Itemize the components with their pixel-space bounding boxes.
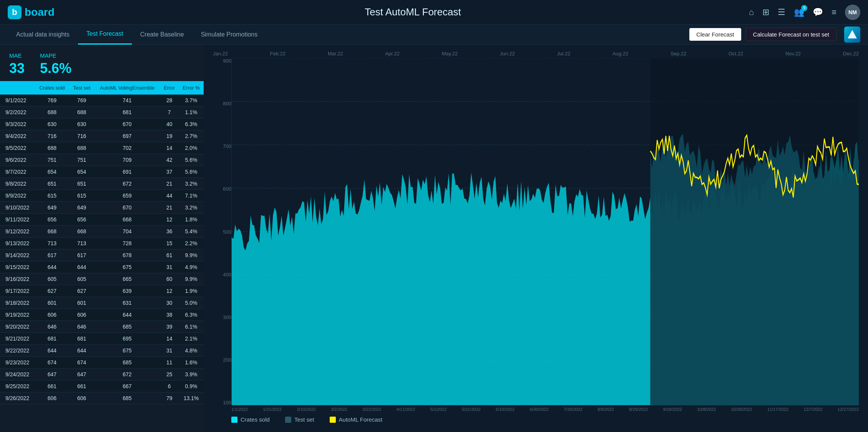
table-cell: 615 xyxy=(35,190,69,202)
table-cell: 12 xyxy=(160,214,179,226)
table-cell: 675 xyxy=(95,345,160,357)
table-cell: 9/18/2022 xyxy=(0,297,35,309)
month-label: Feb.22 xyxy=(270,51,285,56)
y-axis-label: 500 xyxy=(213,229,231,235)
table-cell: 1.1% xyxy=(179,106,204,118)
table-row: 9/3/2022630630670406.3% xyxy=(0,118,204,130)
comment-icon[interactable]: ☰ xyxy=(778,7,785,17)
table-cell: 656 xyxy=(35,214,69,226)
table-row: 9/6/2022751751709425.6% xyxy=(0,154,204,166)
table-cell: 654 xyxy=(69,166,95,178)
tabbar: Actual data insights Test Forecast Creat… xyxy=(0,25,868,45)
table-cell: 13.1% xyxy=(179,392,204,404)
table-row: 9/15/2022644644675314.9% xyxy=(0,261,204,273)
table-row: 9/12/2022668668704365.4% xyxy=(0,226,204,238)
data-table-wrapper[interactable]: Crates sold Test set AutoML VotingEnsemb… xyxy=(0,81,204,432)
table-cell: 656 xyxy=(69,214,95,226)
table-cell: 2.7% xyxy=(179,130,204,142)
table-cell: 3.2% xyxy=(179,202,204,214)
table-cell: 716 xyxy=(35,130,69,142)
legend-label: AutoML Forecast xyxy=(339,416,383,423)
calculate-forecast-button[interactable]: Calculate Forecast on test set xyxy=(746,28,836,41)
table-cell: 6.3% xyxy=(179,309,204,321)
month-label: May.22 xyxy=(442,51,458,56)
table-cell: 2.1% xyxy=(179,333,204,345)
table-cell: 5.0% xyxy=(179,297,204,309)
tab-actual-data[interactable]: Actual data insights xyxy=(8,25,78,45)
table-cell: 704 xyxy=(95,226,160,238)
table-cell: 644 xyxy=(35,261,69,273)
home-icon[interactable]: ⌂ xyxy=(749,7,754,17)
table-cell: 39 xyxy=(160,321,179,333)
x-axis-label: 3/22/2022 xyxy=(362,407,381,412)
board-logo-small xyxy=(844,27,860,43)
table-cell: 7.1% xyxy=(179,190,204,202)
table-row: 9/26/20226066066857913.1% xyxy=(0,392,204,404)
table-cell: 630 xyxy=(35,118,69,130)
y-axis-label: 700 xyxy=(213,143,231,149)
table-cell: 4.9% xyxy=(179,261,204,273)
table-cell: 9/17/2022 xyxy=(0,285,35,297)
table-cell: 12 xyxy=(160,285,179,297)
table-cell: 606 xyxy=(35,392,69,404)
users-icon[interactable]: 👥 9 xyxy=(794,7,804,17)
table-cell: 651 xyxy=(35,178,69,190)
x-axis-label: 2/10/2022 xyxy=(297,407,316,412)
table-cell: 14 xyxy=(160,142,179,154)
menu-icon[interactable]: ≡ xyxy=(831,7,836,17)
table-cell: 3.9% xyxy=(179,369,204,380)
table-row: 9/11/2022656656668121.8% xyxy=(0,214,204,226)
table-cell: 9/8/2022 xyxy=(0,178,35,190)
x-axis-label: 1/1/2022 xyxy=(231,407,248,412)
y-axis-labels: 900800700600500400300200100 xyxy=(213,58,231,405)
table-cell: 15 xyxy=(160,238,179,249)
table-cell: 644 xyxy=(69,345,95,357)
table-cell: 2.0% xyxy=(179,142,204,154)
table-icon[interactable]: ⊞ xyxy=(762,7,769,17)
y-axis-label: 900 xyxy=(213,58,231,64)
table-cell: 670 xyxy=(95,118,160,130)
table-cell: 11 xyxy=(160,357,179,369)
table-cell: 665 xyxy=(95,273,160,285)
table-cell: 668 xyxy=(69,226,95,238)
x-axis-label: 10/8/2022 xyxy=(697,407,716,412)
col-date xyxy=(0,81,35,95)
table-cell: 751 xyxy=(35,154,69,166)
table-cell: 685 xyxy=(95,392,160,404)
table-cell: 685 xyxy=(95,321,160,333)
table-cell: 651 xyxy=(69,178,95,190)
table-cell: 672 xyxy=(95,178,160,190)
table-cell: 639 xyxy=(95,285,160,297)
table-cell: 688 xyxy=(35,106,69,118)
table-row: 9/18/2022601601631305.0% xyxy=(0,297,204,309)
y-axis-label: 300 xyxy=(213,314,231,320)
table-cell: 681 xyxy=(95,106,160,118)
tab-simulate-promotions[interactable]: Simulate Promotions xyxy=(193,25,266,45)
table-cell: 6.1% xyxy=(179,321,204,333)
clear-forecast-button[interactable]: Clear Forecast xyxy=(689,28,741,41)
table-cell: 685 xyxy=(95,357,160,369)
table-cell: 7 xyxy=(160,106,179,118)
table-cell: 691 xyxy=(95,166,160,178)
x-axis-label: 6/10/2022 xyxy=(496,407,514,412)
table-cell: 9/7/2022 xyxy=(0,166,35,178)
page-title: Test AutoML Forecast xyxy=(77,6,749,18)
table-cell: 713 xyxy=(35,238,69,249)
table-cell: 30 xyxy=(160,297,179,309)
data-table: Crates sold Test set AutoML VotingEnsemb… xyxy=(0,81,204,404)
avatar[interactable]: NM xyxy=(845,5,860,20)
topbar-icons: ⌂ ⊞ ☰ 👥 9 💬 ≡ NM xyxy=(749,5,860,20)
x-axis-label: 8/9/2022 xyxy=(597,407,614,412)
month-label: Jul.22 xyxy=(557,51,571,56)
mae-value: 33 xyxy=(9,60,25,76)
table-row: 9/1/2022769769741283.7% xyxy=(0,95,204,106)
table-row: 9/13/2022713713728152.2% xyxy=(0,238,204,249)
x-axis-label: 10/28/2022 xyxy=(731,407,752,412)
table-cell: 1.9% xyxy=(179,285,204,297)
table-cell: 630 xyxy=(69,118,95,130)
chart-legend: Crates soldTest setAutoML Forecast xyxy=(213,412,859,423)
chat-icon[interactable]: 💬 xyxy=(813,7,823,17)
tab-create-baseline[interactable]: Create Baseline xyxy=(132,25,193,45)
tab-test-forecast[interactable]: Test Forecast xyxy=(78,25,132,45)
table-cell: 5.6% xyxy=(179,166,204,178)
